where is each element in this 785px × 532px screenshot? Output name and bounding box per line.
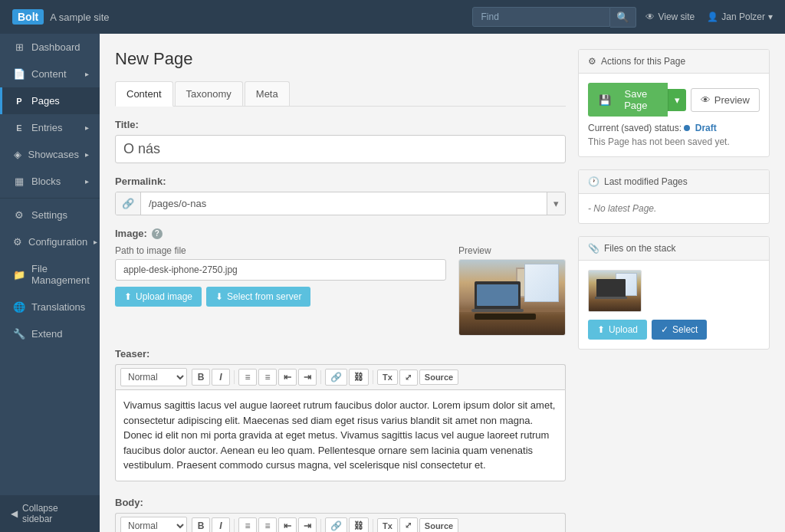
body-ol-btn[interactable]: ≡: [258, 517, 277, 533]
teaser-content[interactable]: Vivamus sagittis lacus vel augue laoreet…: [115, 389, 566, 481]
content-area: New Page Content Taxonomy Meta Title: Pe…: [115, 49, 566, 532]
help-icon[interactable]: ?: [152, 228, 163, 239]
tab-taxonomy[interactable]: Taxonomy: [175, 81, 243, 106]
files-stack-body: ⬆ Upload ✓ Select: [579, 261, 769, 349]
teaser-indent-btn[interactable]: ⇥: [298, 369, 317, 386]
actions-card: ⚙ Actions for this Page 💾 Save Page ▾ 👁 …: [578, 49, 770, 157]
toolbar-sep-1: [234, 370, 235, 384]
teaser-label: Teaser:: [115, 348, 566, 360]
stack-select-button[interactable]: ✓ Select: [652, 320, 707, 340]
sidebar-item-dashboard[interactable]: ⊞ Dashboard: [0, 34, 100, 61]
body-bold-btn[interactable]: B: [192, 517, 210, 533]
sidebar-item-blocks[interactable]: ▦ Blocks ▸: [0, 168, 100, 195]
actions-title: Actions for this Page: [601, 56, 685, 67]
image-preview-area: Preview: [458, 245, 566, 336]
sidebar-label-file-management: File Management: [31, 263, 90, 286]
save-page-label: Save Page: [615, 88, 657, 111]
sidebar-item-entries[interactable]: E Entries ▸: [0, 114, 100, 141]
search-input[interactable]: [472, 7, 610, 27]
toolbar-sep-5: [320, 519, 321, 533]
page-title: New Page: [115, 49, 566, 69]
user-menu[interactable]: 👤 Jan Polzer ▾: [707, 11, 773, 22]
arrow-icon: ▸: [85, 70, 89, 78]
body-clear-btn[interactable]: Tx: [377, 518, 398, 533]
sidebar-item-showcases[interactable]: ◈ Showcases ▸: [0, 141, 100, 168]
select-from-server-button[interactable]: ⬇ Select from server: [206, 287, 310, 307]
content-icon: 📄: [13, 68, 25, 80]
image-preview: [458, 259, 566, 336]
body-ul-btn[interactable]: ≡: [238, 517, 257, 533]
toolbar-sep-3: [373, 370, 373, 384]
download-icon: ⬇: [215, 291, 223, 302]
collapse-sidebar[interactable]: ◀ Collapse sidebar: [0, 495, 100, 532]
body-format-select[interactable]: Normal Heading 1 Heading 2: [120, 517, 187, 533]
image-label-text: Image:: [115, 228, 147, 239]
sidebar-label-entries: Entries: [31, 122, 62, 133]
tab-content[interactable]: Content: [115, 81, 173, 107]
stack-upload-button[interactable]: ⬆ Upload: [588, 320, 647, 340]
sidebar-item-translations[interactable]: 🌐 Translations: [0, 294, 100, 320]
teaser-ol-btn[interactable]: ≡: [258, 369, 277, 386]
sidebar-label-dashboard: Dashboard: [31, 41, 80, 53]
stack-image: [588, 270, 642, 312]
image-label-row: Image: ?: [115, 228, 566, 239]
collapse-label: Collapse sidebar: [22, 503, 89, 524]
permalink-input[interactable]: [141, 192, 547, 215]
teaser-source-btn[interactable]: Source: [419, 369, 458, 385]
teaser-bold-btn[interactable]: B: [192, 369, 210, 386]
search-button[interactable]: 🔍: [610, 7, 636, 28]
body-fullscreen-btn[interactable]: ⤢: [399, 517, 418, 532]
sidebar-label-pages: Pages: [31, 95, 60, 107]
body-outdent-btn[interactable]: ⇤: [278, 517, 297, 533]
stack-buttons: ⬆ Upload ✓ Select: [588, 320, 760, 340]
configuration-icon: ⚙: [13, 236, 22, 248]
permalink-label: Permalink:: [115, 176, 566, 187]
title-label: Title:: [115, 119, 566, 130]
teaser-link-btn[interactable]: 🔗: [325, 369, 347, 386]
sidebar-item-extend[interactable]: 🔧 Extend: [0, 320, 100, 347]
teaser-ul-btn[interactable]: ≡: [238, 369, 257, 386]
teaser-group: Teaser: Normal Heading 1 Heading 2 B I ≡…: [115, 348, 566, 481]
body-unlink-btn[interactable]: ⛓: [349, 517, 369, 533]
teaser-clear-btn[interactable]: Tx: [377, 369, 398, 385]
sidebar-label-configuration: Configuration: [28, 236, 87, 248]
preview-button[interactable]: 👁 Preview: [691, 88, 760, 112]
body-italic-btn[interactable]: I: [212, 517, 230, 533]
permalink-dropdown[interactable]: ▾: [547, 192, 565, 215]
body-link-btn[interactable]: 🔗: [325, 517, 347, 533]
pages-icon: P: [13, 97, 25, 106]
sidebar-label-translations: Translations: [31, 301, 85, 313]
sidebar-item-pages[interactable]: P Pages: [0, 87, 100, 114]
select-from-server-label: Select from server: [227, 291, 301, 302]
image-group: Image: ? Path to image file ⬆ Upload ima…: [115, 228, 566, 336]
search-area: 🔍: [472, 7, 636, 28]
teaser-outdent-btn[interactable]: ⇤: [278, 369, 297, 386]
sidebar-item-file-management[interactable]: 📁 File Management: [0, 255, 100, 294]
view-site-link[interactable]: 👁 View site: [645, 11, 695, 22]
sidebar-item-content[interactable]: 📄 Content ▸: [0, 61, 100, 87]
teaser-fullscreen-btn[interactable]: ⤢: [399, 369, 418, 386]
body-indent-btn[interactable]: ⇥: [298, 517, 317, 533]
sidebar-label-content: Content: [31, 68, 67, 80]
status-dot: [684, 125, 690, 131]
image-path-input[interactable]: [115, 259, 446, 281]
body-source-btn[interactable]: Source: [419, 518, 458, 533]
user-icon: 👤: [707, 11, 718, 22]
save-page-button[interactable]: 💾 Save Page: [588, 83, 668, 117]
teaser-italic-btn[interactable]: I: [212, 369, 230, 386]
upload-icon: ⬆: [597, 324, 605, 335]
teaser-format-select[interactable]: Normal Heading 1 Heading 2: [120, 368, 187, 386]
upload-icon: ⬆: [124, 291, 132, 302]
title-input[interactable]: [115, 135, 566, 163]
status-row: Current (saved) status: Draft: [588, 123, 760, 133]
sidebar-item-settings[interactable]: ⚙ Settings: [0, 202, 100, 228]
toolbar-sep-2: [320, 370, 321, 384]
image-left: Path to image file ⬆ Upload image ⬇ Sele…: [115, 245, 446, 307]
teaser-unlink-btn[interactable]: ⛓: [349, 369, 369, 386]
save-dropdown-button[interactable]: ▾: [668, 89, 686, 111]
arrow-icon: ▸: [85, 123, 89, 132]
files-stack-title: Files on the stack: [604, 243, 675, 254]
tab-meta[interactable]: Meta: [245, 81, 290, 106]
sidebar-item-configuration[interactable]: ⚙ Configuration ▸: [0, 228, 100, 255]
upload-image-button[interactable]: ⬆ Upload image: [115, 287, 202, 307]
